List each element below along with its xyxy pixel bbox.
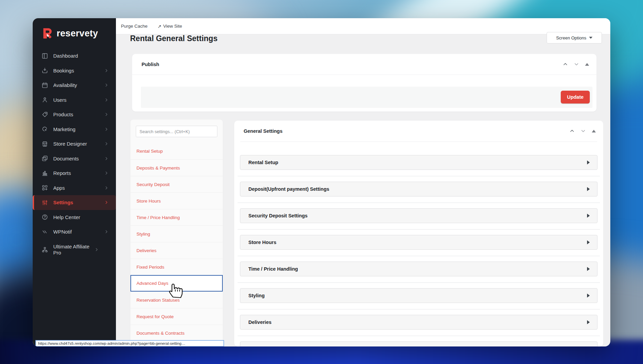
nav-item-documents-contracts[interactable]: Documents & Contracts (130, 325, 223, 341)
page-title: Rental General Settings (130, 34, 217, 43)
sidebar-item-help-center[interactable]: Help Center (33, 210, 116, 225)
sidebar-item-documents[interactable]: Documents (33, 151, 116, 166)
move-up-icon[interactable] (563, 62, 568, 67)
sidebar-item-ultimate-affiliate-pro[interactable]: Ultimate Affiliate Pro (33, 239, 116, 260)
marketing-click-icon (41, 126, 48, 132)
sidebar-item-dashboard[interactable]: Dashboard (33, 49, 116, 63)
chevron-right-icon (104, 142, 109, 146)
sidebar-item-label: Marketing (53, 126, 104, 132)
divider (238, 309, 600, 309)
accordion-label: Time / Price Handling (248, 266, 298, 272)
move-up-icon[interactable] (570, 128, 575, 133)
settings-sliders-icon (41, 199, 48, 206)
tag-icon (41, 111, 48, 118)
accordion-label: Security Deposit Settings (248, 213, 308, 218)
panel-controls (563, 62, 589, 67)
caret-down-icon (589, 37, 592, 39)
nav-item-time-price-handling[interactable]: Time / Price Handling (130, 209, 223, 225)
accordion-security-deposit[interactable]: Security Deposit Settings (240, 208, 598, 223)
user-icon (41, 96, 48, 103)
nav-item-request-for-quote[interactable]: Request for Quote (130, 308, 223, 325)
chevron-right-icon (104, 156, 109, 161)
divider (238, 336, 600, 336)
nav-item-deposits-payments[interactable]: Deposits & Payments (130, 159, 223, 176)
move-down-icon[interactable] (574, 62, 579, 67)
publish-panel: Publish Update (132, 54, 596, 112)
desktop-background: reservety Dashboard Bookings Availabilit… (0, 0, 643, 364)
accordion-partial-row[interactable] (240, 341, 598, 346)
chevron-right-icon (104, 112, 109, 117)
sidebar-item-users[interactable]: Users (33, 93, 116, 108)
accordion-time-price-handling[interactable]: Time / Price Handling (240, 262, 598, 276)
general-settings-header: General Settings (234, 121, 603, 141)
view-site-link[interactable]: ↗View Site (158, 24, 182, 29)
screen-options-button[interactable]: Screen Options (547, 32, 602, 43)
sidebar-item-label: Reports (53, 170, 104, 176)
sidebar-item-reports[interactable]: Reports (33, 166, 116, 181)
expand-arrow-icon (587, 267, 590, 271)
divider (240, 142, 597, 142)
sidebar-item-label: Dashboard (53, 53, 109, 59)
nav-item-styling[interactable]: Styling (130, 225, 223, 242)
move-down-icon[interactable] (581, 128, 586, 133)
divider (238, 203, 600, 203)
admin-top-bar: Purge Cache ↗View Site (116, 18, 610, 34)
collapse-panel-icon[interactable] (585, 63, 589, 66)
nav-item-security-deposit[interactable]: Security Deposit (130, 176, 223, 192)
expand-arrow-icon (587, 160, 590, 164)
publish-title: Publish (142, 62, 159, 67)
link-preview-statusbar: https://www.chd47s5.rentyshop.com/wp-adm… (35, 340, 224, 346)
sidebar-item-label: Availability (53, 82, 104, 88)
sidebar-item-marketing[interactable]: Marketing (33, 122, 116, 137)
sidebar-item-wpnotif[interactable]: WPNotif (33, 224, 116, 239)
sidebar-item-bookings[interactable]: Bookings (33, 63, 116, 78)
sidebar-item-settings[interactable]: Settings (33, 195, 116, 210)
settings-search-input[interactable] (136, 126, 217, 137)
sidebar-item-apps[interactable]: Apps (33, 181, 116, 195)
sidebar-item-label: Ultimate Affiliate Pro (53, 244, 94, 255)
sidebar-item-store-designer[interactable]: Store Designer (33, 136, 116, 151)
help-icon (41, 214, 48, 220)
sidebar-item-label: Bookings (53, 68, 104, 73)
divider (238, 229, 600, 230)
purge-cache-link[interactable]: Purge Cache (121, 24, 148, 29)
divider (238, 282, 600, 283)
accordion-label: Store Hours (248, 240, 276, 245)
sidebar-item-label: WPNotif (53, 229, 104, 235)
sidebar-item-label: Help Center (53, 214, 109, 220)
update-button[interactable]: Update (561, 91, 590, 103)
panel-controls (570, 128, 596, 133)
accordion-deliveries[interactable]: Deliveries (240, 315, 598, 330)
reservety-logo[interactable]: reservety (41, 27, 98, 40)
accordion-rental-setup[interactable]: Rental Setup (240, 155, 598, 170)
documents-icon (41, 155, 48, 162)
settings-nav-list: Rental Setup Deposits & Payments Securit… (130, 143, 223, 341)
nav-item-store-hours[interactable]: Store Hours (130, 192, 223, 209)
sidebar-item-label: Documents (53, 156, 104, 161)
browser-window: reservety Dashboard Bookings Availabilit… (33, 18, 610, 346)
sidebar-item-products[interactable]: Products (33, 107, 116, 122)
nav-item-rental-setup[interactable]: Rental Setup (130, 143, 223, 159)
accordion-store-hours[interactable]: Store Hours (240, 235, 598, 250)
chevron-right-icon (104, 98, 109, 102)
accordion-deposit-settings[interactable]: Deposit(Upfront payment) Settings (240, 182, 598, 196)
sidebar-item-label: Apps (53, 185, 104, 191)
sidebar-menu: Dashboard Bookings Availability Users (33, 49, 116, 260)
reservety-logo-icon (41, 27, 54, 40)
accordion-styling[interactable]: Styling (240, 288, 598, 303)
accordion-label: Deposit(Upfront payment) Settings (248, 186, 329, 192)
settings-nav-panel: Rental Setup Deposits & Payments Securit… (130, 120, 223, 346)
bar-chart-icon (41, 170, 48, 177)
collapse-panel-icon[interactable] (592, 130, 596, 132)
nav-item-advanced-days[interactable]: Advanced Days (130, 275, 223, 292)
nav-item-fixed-periods[interactable]: Fixed Periods (130, 259, 223, 275)
storefront-icon (41, 141, 48, 147)
nav-item-reservation-statuses[interactable]: Reservation Statuses (130, 292, 223, 308)
external-link-icon: ↗ (158, 24, 161, 29)
general-settings-panel: General Settings Rental Setup Deposit(Up… (234, 121, 603, 346)
publish-action-bar: Update (141, 87, 592, 108)
sidebar-item-label: Settings (53, 200, 104, 205)
chevron-right-icon (104, 171, 109, 175)
sidebar-item-availability[interactable]: Availability (33, 78, 116, 93)
nav-item-deliveries[interactable]: Deliveries (130, 242, 223, 259)
